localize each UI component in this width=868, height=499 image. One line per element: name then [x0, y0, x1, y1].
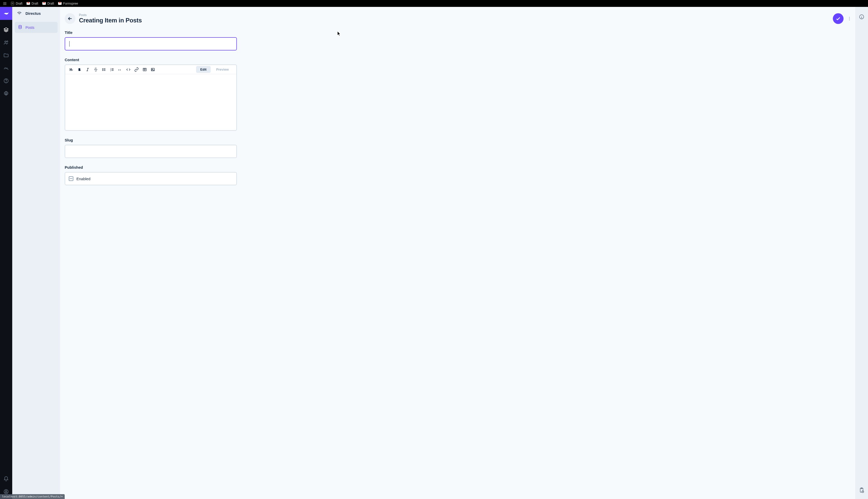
field-slug: Slug: [65, 138, 237, 158]
save-button[interactable]: [833, 13, 844, 24]
svg-point-13: [5, 93, 7, 94]
nav-notifications[interactable]: [0, 473, 12, 485]
breadcrumb[interactable]: Posts: [79, 13, 829, 17]
content-textarea[interactable]: [65, 74, 236, 130]
field-label: Content: [65, 58, 237, 62]
editor-toolbar: T 123 Edit: [65, 65, 236, 74]
svg-rect-1: [4, 2, 5, 2]
clipboard-button[interactable]: [855, 484, 868, 497]
nav-docs[interactable]: [0, 74, 12, 87]
nav-users[interactable]: [0, 36, 12, 49]
collection-item-posts[interactable]: Posts: [15, 22, 58, 33]
svg-rect-2: [5, 2, 6, 2]
tab-label: Draft: [32, 2, 38, 5]
status-bar: localhost:8055/admin/content/Posts/+: [0, 494, 65, 499]
preview-mode-button[interactable]: Preview: [212, 66, 233, 73]
gmail-icon: [42, 2, 46, 5]
svg-point-22: [102, 69, 103, 70]
bullet-list-button[interactable]: [100, 65, 108, 74]
app-shell: Directus Posts Posts Creating Item in Po…: [0, 7, 868, 499]
nav-insights[interactable]: [0, 62, 12, 74]
sidebar-header: Directus: [12, 7, 60, 20]
code-button[interactable]: [124, 65, 133, 74]
edit-mode-button[interactable]: Edit: [196, 66, 211, 73]
svg-point-15: [5, 490, 7, 492]
svg-rect-4: [4, 3, 5, 3]
nav-settings[interactable]: [0, 87, 12, 100]
form-area: Title Content T: [60, 30, 855, 499]
browser-tab[interactable]: Draft: [26, 2, 38, 5]
link-button[interactable]: [133, 65, 141, 74]
field-published: Published Enabled: [65, 165, 237, 185]
table-button[interactable]: [141, 65, 149, 74]
checkbox-icon[interactable]: [69, 177, 73, 181]
text-caret: [69, 41, 70, 47]
blockquote-button[interactable]: [116, 65, 124, 74]
wifi-icon: [17, 10, 22, 16]
bold-button[interactable]: [75, 65, 84, 74]
content-editor: T 123 Edit: [65, 64, 237, 131]
published-checkbox-wrap[interactable]: Enabled: [65, 172, 237, 185]
back-button[interactable]: [65, 13, 75, 24]
svg-point-23: [102, 70, 103, 71]
gmail-icon: [26, 2, 30, 5]
svg-point-21: [102, 68, 103, 69]
info-button[interactable]: [855, 10, 868, 23]
svg-rect-5: [5, 3, 6, 3]
browser-tab-bar: Draft Draft Draft Formspree: [0, 0, 868, 7]
svg-point-18: [849, 19, 850, 19]
apps-grid-icon[interactable]: [3, 2, 7, 5]
image-button[interactable]: [149, 65, 157, 74]
collection-label: Posts: [25, 25, 34, 29]
svg-rect-28: [151, 68, 154, 71]
collection-list: Posts: [12, 20, 60, 35]
main-content: Posts Creating Item in Posts Title: [60, 7, 855, 499]
app-name: Directus: [25, 11, 41, 15]
browser-tab[interactable]: Formspree: [58, 2, 78, 5]
page-title: Creating Item in Posts: [79, 17, 829, 24]
field-title: Title: [65, 30, 237, 50]
nav-files[interactable]: [0, 49, 12, 62]
svg-point-10: [7, 41, 8, 42]
doc-icon: [11, 2, 14, 5]
italic-button[interactable]: [84, 65, 92, 74]
tab-label: Draft: [47, 2, 54, 5]
svg-point-19: [849, 20, 850, 20]
svg-rect-8: [5, 4, 6, 4]
field-content: Content T 123: [65, 58, 237, 131]
heading-button[interactable]: T: [67, 65, 75, 74]
svg-point-9: [5, 41, 7, 42]
nav-rail: [0, 7, 12, 499]
nav-content[interactable]: [0, 23, 12, 36]
database-icon: [18, 25, 22, 30]
tab-label: Formspree: [63, 2, 78, 5]
svg-text:T: T: [72, 69, 73, 71]
field-label: Published: [65, 165, 237, 170]
topbar: Posts Creating Item in Posts: [60, 7, 855, 30]
svg-rect-0: [3, 2, 4, 2]
svg-point-16: [19, 25, 22, 26]
numbered-list-button[interactable]: 123: [108, 65, 116, 74]
title-input[interactable]: [65, 37, 237, 50]
svg-rect-6: [3, 4, 4, 4]
svg-rect-7: [4, 4, 5, 4]
svg-text:3: 3: [110, 70, 111, 71]
gmail-icon: [58, 2, 62, 5]
checkbox-label: Enabled: [76, 177, 90, 181]
field-label: Slug: [65, 138, 237, 142]
more-options-button[interactable]: [847, 13, 852, 24]
browser-tab[interactable]: Draft: [11, 2, 22, 5]
svg-point-17: [849, 17, 850, 17]
strikethrough-button[interactable]: [92, 65, 100, 74]
browser-tab[interactable]: Draft: [42, 2, 54, 5]
tab-label: Draft: [16, 2, 22, 5]
svg-rect-3: [3, 3, 4, 3]
app-logo[interactable]: [0, 7, 12, 20]
right-rail: [855, 7, 868, 499]
field-label: Title: [65, 30, 237, 35]
sidebar: Directus Posts: [12, 7, 60, 499]
slug-input[interactable]: [65, 145, 237, 158]
